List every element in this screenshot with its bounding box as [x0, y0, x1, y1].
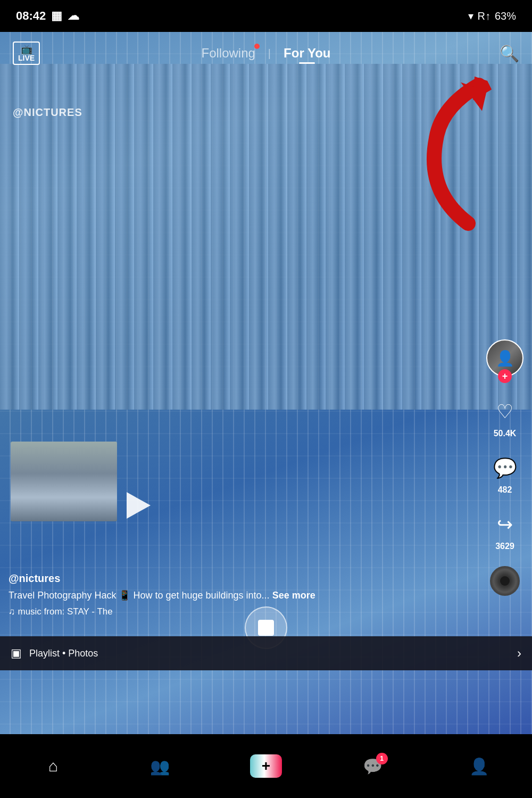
- music-text: ♫ music from: STAY - The: [9, 606, 113, 617]
- playlist-bar[interactable]: ▣ Playlist • Photos ›: [0, 636, 532, 670]
- like-icon: ♡: [490, 397, 520, 427]
- follow-button[interactable]: +: [498, 369, 512, 383]
- comment-action[interactable]: 💬 482: [490, 453, 520, 495]
- right-actions: 👤 + ♡ 50.4K 💬 482 ↪ 3629: [486, 339, 523, 596]
- playlist-chevron-icon: ›: [517, 646, 521, 661]
- music-disc-icon: [490, 566, 520, 596]
- comment-count: 482: [498, 485, 512, 495]
- nav-tabs: Following | For You: [201, 46, 330, 61]
- video-info: @nictures Travel Photography Hack 📱 How …: [9, 572, 479, 617]
- comment-icon: 💬: [490, 453, 520, 483]
- notification-dot: [254, 44, 260, 49]
- music-disc-center: [500, 576, 510, 586]
- music-info[interactable]: ♫ music from: STAY - The: [9, 606, 479, 617]
- top-nav: 📺 LIVE Following | For You 🔍: [0, 32, 532, 74]
- status-time: 08:42 ▦ ☁: [16, 9, 79, 23]
- profile-nav-item[interactable]: 👤: [426, 757, 532, 776]
- status-icons: ▾ R↑ 63%: [468, 10, 516, 22]
- live-label: LIVE: [18, 54, 35, 62]
- home-icon: ⌂: [48, 757, 58, 775]
- video-author: @nictures: [9, 572, 479, 585]
- calendar-icon: ▦: [51, 9, 62, 23]
- video-description: Travel Photography Hack 📱 How to get hug…: [9, 589, 479, 602]
- share-count: 3629: [495, 542, 514, 551]
- profile-icon: 👤: [469, 757, 489, 776]
- share-icon: ↪: [490, 510, 520, 539]
- red-arrow-overlay: [394, 74, 500, 245]
- preview-thumb-inner: [11, 442, 117, 521]
- share-action[interactable]: ↪ 3629: [490, 510, 520, 551]
- creator-avatar-container[interactable]: 👤 +: [486, 339, 523, 377]
- inbox-icon: 💬 1: [363, 757, 383, 776]
- inbox-badge: 1: [376, 753, 388, 764]
- search-button[interactable]: 🔍: [500, 44, 519, 63]
- for-you-tab[interactable]: For You: [284, 46, 330, 61]
- nav-divider: |: [268, 47, 271, 60]
- home-nav-item[interactable]: ⌂: [0, 757, 106, 775]
- battery-icon: 63%: [495, 10, 516, 22]
- music-action[interactable]: [490, 566, 520, 596]
- tv-icon: 📺: [21, 45, 32, 54]
- playlist-icon: ▣: [11, 646, 22, 660]
- playlist-label: Playlist • Photos: [29, 648, 517, 659]
- live-button[interactable]: 📺 LIVE: [13, 41, 40, 65]
- like-count: 50.4K: [494, 429, 517, 438]
- status-bar: 08:42 ▦ ☁ ▾ R↑ 63%: [0, 0, 532, 32]
- inbox-nav-item[interactable]: 💬 1: [319, 757, 426, 776]
- stop-icon: [258, 620, 274, 636]
- signal-icon: R↑: [478, 10, 491, 22]
- add-button[interactable]: +: [250, 754, 282, 778]
- friends-icon: 👥: [150, 757, 170, 776]
- swipe-arrow-indicator: [117, 489, 160, 521]
- wifi-icon: ▾: [468, 10, 473, 22]
- like-action[interactable]: ♡ 50.4K: [490, 397, 520, 438]
- add-nav-item[interactable]: +: [213, 754, 319, 778]
- video-area[interactable]: @NICTURES 👤 + ♡ 50.4K 💬 482 ↪ 3629: [0, 32, 532, 734]
- cloud-icon: ☁: [68, 9, 79, 23]
- following-tab[interactable]: Following: [201, 46, 255, 61]
- preview-thumbnail: [11, 442, 117, 521]
- bottom-nav: ⌂ 👥 + 💬 1 👤: [0, 734, 532, 798]
- friends-nav-item[interactable]: 👥: [106, 757, 213, 776]
- right-arrow-icon: [127, 492, 151, 519]
- username-overlay: @NICTURES: [13, 106, 82, 119]
- see-more-button[interactable]: See more: [272, 590, 315, 601]
- time-display: 08:42: [16, 9, 46, 23]
